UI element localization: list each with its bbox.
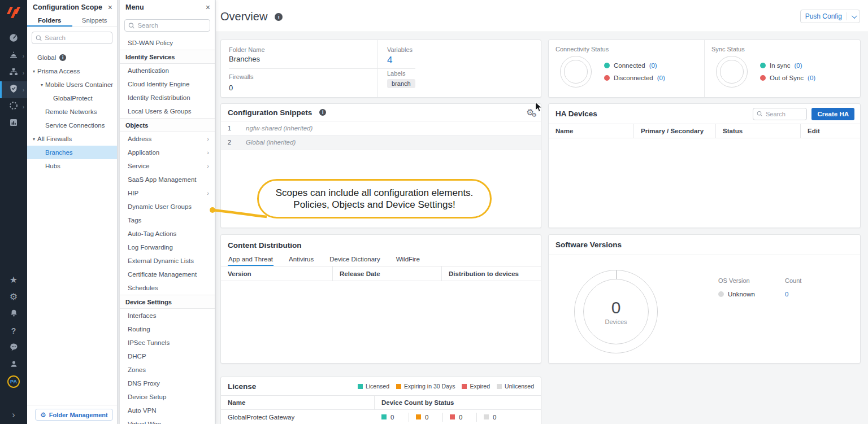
tab-wildfire[interactable]: WildFire (396, 255, 420, 266)
legend-count-link[interactable]: (0) (649, 62, 657, 69)
legend-square-icon (497, 384, 502, 389)
rail-item-report[interactable] (0, 115, 27, 132)
ha-devices-title: HA Devices (555, 110, 597, 118)
rail-item-chat[interactable] (0, 339, 27, 356)
status-section-title: Sync Status (711, 46, 853, 53)
rail-item-user[interactable] (0, 356, 27, 373)
menu-item-schedules[interactable]: Schedules (120, 281, 215, 295)
menu-item-dns-proxy[interactable]: DNS Proxy (120, 377, 215, 390)
tree-item-global[interactable]: Globali (27, 51, 117, 64)
scope-panel-title: Configuration Scope (33, 3, 102, 11)
snippet-row[interactable]: 1ngfw-shared (inherited) (221, 121, 541, 135)
menu-item-identity-redistribution[interactable]: Identity Redistribution (120, 91, 215, 104)
menu-item-external-dynamic-lists[interactable]: External Dynamic Lists (120, 254, 215, 268)
rail-item-alarm[interactable]: › (0, 47, 27, 64)
info-icon[interactable]: i (59, 54, 66, 61)
legend-label: Licensed (366, 383, 389, 390)
tab-folders[interactable]: Folders (27, 15, 72, 27)
menu-item-log-forwarding[interactable]: Log Forwarding (120, 241, 215, 254)
legend-count-link[interactable]: (0) (657, 75, 665, 81)
scope-search[interactable] (32, 32, 112, 44)
scope-search-input[interactable] (45, 34, 108, 41)
menu-item-device-setup[interactable]: Device Setup (120, 390, 215, 404)
license-table-body: GlobalProtect Gateway0000 (221, 410, 541, 424)
legend-count-link[interactable]: (0) (808, 75, 815, 81)
tree-item-service-connections[interactable]: Service Connections (27, 119, 117, 132)
content-distribution-table-header: VersionRelease DateDistribution to devic… (221, 266, 541, 281)
legend-square-icon (396, 384, 401, 389)
rail-item-bell[interactable] (0, 305, 27, 322)
ha-search[interactable] (753, 108, 807, 120)
menu-item-cloud-identity-engine[interactable]: Cloud Identity Engine (120, 77, 215, 91)
tab-antivirus[interactable]: Antivirus (288, 255, 314, 266)
ha-search-input[interactable] (766, 111, 803, 117)
scope-close-icon[interactable]: × (108, 3, 112, 11)
rail-item-shield-check[interactable]: › (0, 81, 27, 98)
tab-snippets[interactable]: Snippets (72, 15, 118, 27)
license-count-value: 0 (459, 414, 462, 421)
rail-item-dashboard[interactable] (0, 30, 27, 47)
variables-count[interactable]: 4 (387, 55, 532, 66)
menu-item-dhcp[interactable]: DHCP (120, 349, 215, 363)
user-icon (9, 359, 19, 371)
tree-item-prisma-access[interactable]: ▾Prisma Access (27, 64, 117, 78)
legend-count-link[interactable]: (0) (794, 62, 802, 69)
create-ha-button[interactable]: Create HA (811, 108, 854, 120)
column-header-name: Name (221, 396, 375, 409)
legend-square-icon (358, 384, 363, 389)
manage-snippets-gears-icon[interactable]: ⚙⚙ (527, 108, 534, 117)
rail-item-gear[interactable]: ⚙ (0, 289, 27, 305)
menu-search-input[interactable] (137, 22, 206, 29)
menu-item-certificate-management[interactable]: Certificate Management (120, 268, 215, 281)
tree-item-mobile-users-container[interactable]: ▾Mobile Users Container (27, 78, 117, 91)
rail-item-network[interactable]: › (0, 64, 27, 81)
menu-item-saas-app-management[interactable]: SaaS App Management (120, 173, 215, 186)
menu-item-zones[interactable]: Zones (120, 363, 215, 377)
menu-item-authentication[interactable]: Authentication (120, 64, 215, 77)
tab-app-and-threat[interactable]: App and Threat (228, 255, 274, 266)
tab-device-dictionary[interactable]: Device Dictionary (329, 255, 380, 266)
menu-item-dynamic-user-groups[interactable]: Dynamic User Groups (120, 200, 215, 213)
os-version-count-link[interactable]: 0 (785, 291, 788, 298)
rail-item-help[interactable]: ? (0, 322, 27, 339)
rail-expand-chevron-icon[interactable]: › (0, 408, 27, 422)
snippet-row[interactable]: 2Global (inherited) (221, 135, 541, 150)
tree-item-branches[interactable]: Branches (27, 146, 117, 159)
table-row[interactable]: GlobalProtect Gateway0000 (221, 410, 541, 424)
menu-item-address[interactable]: Address› (120, 132, 215, 146)
tree-item-remote-networks[interactable]: Remote Networks (27, 105, 117, 119)
tree-item-all-firewalls[interactable]: ▾All Firewalls (27, 132, 117, 146)
os-version-legend: OS Version Count Unknown0 (718, 277, 801, 298)
license-name: GlobalProtect Gateway (221, 410, 375, 424)
menu-item-service[interactable]: Service› (120, 159, 215, 173)
menu-item-virtual-wire[interactable]: Virtual Wire (120, 417, 215, 424)
menu-item-routing[interactable]: Routing (120, 322, 215, 336)
menu-item-sd-wan-policy[interactable]: SD-WAN Policy (120, 36, 215, 50)
push-config-button[interactable]: Push Config (800, 10, 860, 23)
menu-item-ipsec-tunnels[interactable]: IPSec Tunnels (120, 336, 215, 349)
rail-item-star[interactable]: ★ (0, 272, 27, 289)
column-header-status: Status (716, 124, 801, 138)
menu-item-auto-tag-actions[interactable]: Auto-Tag Actions (120, 227, 215, 241)
menu-item-label: Auto VPN (128, 407, 157, 414)
menu-search[interactable] (124, 19, 210, 32)
folder-management-button[interactable]: ⚙ Folder Management (35, 409, 113, 421)
menu-close-icon[interactable]: × (206, 3, 210, 11)
menu-item-label: Tags (128, 217, 141, 224)
menu-item-label: Auto-Tag Actions (128, 230, 176, 237)
user-avatar[interactable]: PA (7, 375, 20, 388)
tree-item-label: Branches (45, 149, 73, 156)
menu-item-hip[interactable]: HIP› (120, 186, 215, 200)
palo-alto-logo-icon[interactable] (0, 0, 27, 25)
tree-item-hubs[interactable]: Hubs (27, 159, 117, 173)
rail-item-dashed-circle[interactable]: › (0, 98, 27, 115)
menu-item-local-users---groups[interactable]: Local Users & Groups (120, 104, 215, 118)
info-icon[interactable]: i (319, 109, 326, 116)
menu-item-tags[interactable]: Tags (120, 213, 215, 227)
menu-item-application[interactable]: Application› (120, 146, 215, 159)
menu-item-interfaces[interactable]: Interfaces (120, 309, 215, 322)
menu-item-auto-vpn[interactable]: Auto VPN (120, 404, 215, 417)
legend-label: Expiring in 30 Days (404, 383, 455, 390)
tree-item-globalprotect[interactable]: GlobalProtect (27, 91, 117, 105)
info-icon[interactable]: i (275, 13, 283, 21)
